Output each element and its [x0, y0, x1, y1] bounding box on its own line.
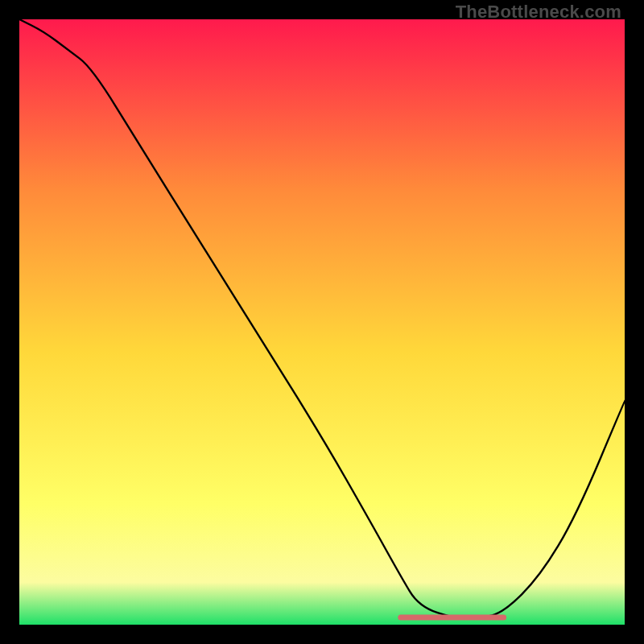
- watermark-label: TheBottleneck.com: [456, 2, 621, 23]
- gradient-panel: [19, 19, 625, 625]
- chart-frame: [19, 19, 625, 625]
- bottleneck-chart: [19, 19, 625, 625]
